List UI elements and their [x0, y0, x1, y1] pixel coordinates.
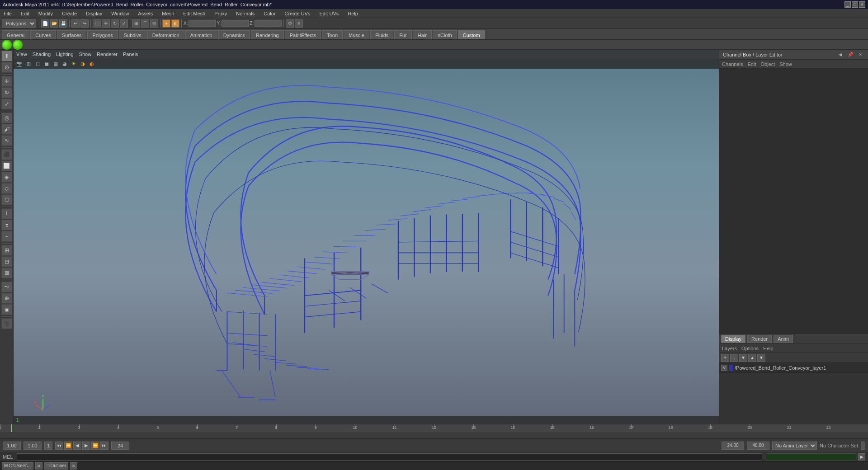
- tool-split[interactable]: ◇: [1, 183, 12, 194]
- tool-translate[interactable]: ✛: [102, 19, 110, 28]
- tool-paint[interactable]: 🖌: [1, 124, 12, 135]
- layer-opt-options[interactable]: Options: [741, 346, 759, 351]
- context-mode-select[interactable]: Polygons: [2, 19, 36, 28]
- 3d-viewport-canvas[interactable]: [14, 50, 719, 424]
- layer-opt-help[interactable]: Help: [763, 346, 774, 351]
- ui-toggle-1[interactable]: [2, 40, 12, 50]
- tab-polygons[interactable]: Polygons: [87, 30, 118, 39]
- tool-skin[interactable]: ⊕: [1, 293, 12, 304]
- layer-tab-render[interactable]: Render: [747, 335, 772, 343]
- channel-box-pin[interactable]: 📌: [846, 51, 854, 59]
- tool-redo[interactable]: ↪: [80, 19, 89, 28]
- command-line[interactable]: [17, 453, 762, 461]
- tool-ipr[interactable]: ◐: [171, 19, 179, 28]
- script-output[interactable]: [766, 453, 856, 461]
- tool-new[interactable]: 📄: [41, 19, 49, 28]
- vp-icon-lights3[interactable]: ◐: [88, 60, 96, 68]
- tool-curve-cv[interactable]: ⌇: [1, 208, 12, 219]
- tab-rendering[interactable]: Rendering: [251, 30, 284, 39]
- tool-lattice[interactable]: ⊞: [1, 245, 12, 256]
- cb-tab-object[interactable]: Object: [760, 61, 775, 67]
- tool-wrap[interactable]: ⊟: [1, 256, 12, 267]
- vp-icon-smooth[interactable]: ◼: [42, 60, 51, 68]
- layer-visibility[interactable]: V: [721, 365, 727, 371]
- tool-arc[interactable]: ⌢: [1, 231, 12, 242]
- menu-proxy[interactable]: Proxy: [212, 10, 229, 17]
- menu-mesh[interactable]: Mesh: [160, 10, 176, 17]
- cb-tab-channels[interactable]: Channels: [722, 61, 743, 67]
- playhead[interactable]: [11, 424, 12, 432]
- tab-deformation[interactable]: Deformation: [147, 30, 184, 39]
- tool-select-arrow[interactable]: ⬆: [1, 51, 12, 61]
- tool-rotate-3d[interactable]: ↻: [1, 87, 12, 98]
- timeline-ruler[interactable]: 12345678910111213141516171819202122: [0, 424, 868, 432]
- maximize-button[interactable]: □: [852, 1, 858, 8]
- tool-bridge[interactable]: ⬜: [1, 160, 12, 171]
- tool-snap-point[interactable]: ◎: [150, 19, 158, 28]
- tab-hair[interactable]: Hair: [413, 30, 432, 39]
- taskbar-close-maya[interactable]: ✕: [35, 462, 42, 470]
- tool-scale-3d[interactable]: ⤢: [1, 99, 12, 109]
- tool-move[interactable]: ✛: [1, 76, 12, 87]
- tool-select[interactable]: ⬚: [93, 19, 101, 28]
- tool-lasso[interactable]: ⊙: [1, 62, 12, 73]
- menu-help[interactable]: Help: [346, 10, 360, 17]
- tab-painteffects[interactable]: PaintEffects: [285, 30, 321, 39]
- anim-layer-select[interactable]: No Anim Layer: [772, 442, 817, 450]
- menu-create-uvs[interactable]: Create UVs: [283, 10, 312, 17]
- tool-soft-select[interactable]: ◎: [1, 113, 12, 123]
- tab-custom[interactable]: Custom: [458, 30, 485, 39]
- menu-window[interactable]: Window: [109, 10, 131, 17]
- menu-color[interactable]: Color: [262, 10, 277, 17]
- tab-toon[interactable]: Toon: [322, 30, 343, 39]
- tool-extrude[interactable]: ⬛: [1, 149, 12, 160]
- tab-fluids[interactable]: Fluids: [370, 30, 393, 39]
- layer-move-up-btn[interactable]: ▲: [748, 354, 756, 362]
- vp-menu-lighting[interactable]: Lighting: [56, 52, 74, 57]
- x-field[interactable]: [189, 20, 216, 27]
- viewport-area[interactable]: View Shading Lighting Show Renderer Pane…: [14, 50, 719, 424]
- menu-display[interactable]: Display: [84, 10, 104, 17]
- tab-dynamics[interactable]: Dynamics: [218, 30, 250, 39]
- minimize-button[interactable]: _: [844, 1, 851, 8]
- y-field[interactable]: [222, 20, 249, 27]
- menu-normals[interactable]: Normals: [234, 10, 256, 17]
- tool-snap-grid[interactable]: ⊞: [132, 19, 140, 28]
- tool-sculpt[interactable]: ∿: [1, 135, 12, 146]
- vp-icon-texture[interactable]: ▦: [52, 60, 60, 68]
- tool-panel-settings[interactable]: ⚙: [286, 19, 294, 28]
- channel-box-expand[interactable]: ◀: [836, 51, 844, 59]
- vp-menu-shading[interactable]: Shading: [33, 52, 51, 57]
- bottom-bar-expand[interactable]: [861, 442, 865, 450]
- menu-create[interactable]: Create: [60, 10, 79, 17]
- vp-menu-show[interactable]: Show: [79, 52, 92, 57]
- taskbar-maya[interactable]: M C:\Users\...: [2, 462, 33, 470]
- taskbar-close-outliner[interactable]: ✕: [70, 462, 77, 470]
- tool-scale[interactable]: ⤢: [120, 19, 128, 28]
- layer-item[interactable]: V /Powered_Bend_Roller_Conveyor_layer1: [719, 363, 868, 373]
- vp-icon-lights[interactable]: ☀: [70, 60, 78, 68]
- menu-assets[interactable]: Assets: [136, 10, 155, 17]
- play-next-key[interactable]: ⏩: [91, 442, 99, 450]
- layer-move-down-btn[interactable]: ▼: [757, 354, 765, 362]
- status-expand[interactable]: ▶: [858, 453, 865, 461]
- tab-fur[interactable]: Fur: [394, 30, 412, 39]
- menu-edit-uvs[interactable]: Edit UVs: [317, 10, 340, 17]
- play-prev-key[interactable]: ⏪: [64, 442, 72, 450]
- tool-joint[interactable]: ◉: [1, 304, 12, 315]
- layer-select-btn[interactable]: ▼: [739, 354, 747, 362]
- tool-curve-ep[interactable]: ⌆: [1, 220, 12, 230]
- tool-camera-view[interactable]: 🎥: [1, 318, 12, 329]
- tool-rotate[interactable]: ↻: [111, 19, 119, 28]
- ui-toggle-2[interactable]: [13, 40, 23, 50]
- tab-general[interactable]: General: [2, 30, 29, 39]
- menu-edit[interactable]: Edit: [19, 10, 31, 17]
- time-start-field[interactable]: [722, 442, 744, 450]
- tool-undo[interactable]: ↩: [71, 19, 80, 28]
- vp-menu-panels[interactable]: Panels: [123, 52, 138, 57]
- z-field[interactable]: [255, 20, 282, 27]
- current-frame-field[interactable]: [44, 442, 52, 450]
- vp-menu-view[interactable]: View: [16, 52, 27, 57]
- layer-opt-layers[interactable]: Layers: [722, 346, 737, 351]
- tool-snap-curve[interactable]: ⌒: [141, 19, 149, 28]
